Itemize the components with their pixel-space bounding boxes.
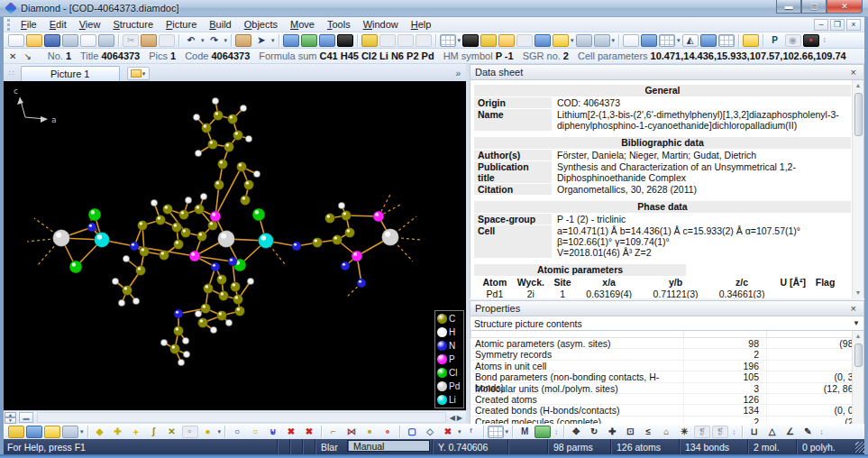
property-row[interactable]: Molecular units (mol./polym. sites)3(12,… (471, 383, 863, 394)
add-atom-icon[interactable]: ＋ (128, 426, 144, 438)
spin-icon[interactable]: ✳ (676, 426, 692, 438)
print-preview-icon[interactable] (80, 34, 96, 47)
scroll-down-icon[interactable]: ▼ (855, 288, 862, 298)
scroll-track[interactable] (37, 412, 446, 423)
walk-disabled-icon[interactable]: ❡ (694, 426, 710, 438)
delete-plane-icon[interactable]: ✖ (440, 426, 456, 438)
special-build-icon[interactable]: ᶠ (463, 426, 480, 438)
panel-1-icon[interactable] (379, 34, 396, 47)
panel-2-icon[interactable] (397, 34, 414, 47)
atom-row[interactable]: Pd12i10.63169(4)0.71121(3)0.34661(3) (478, 289, 839, 298)
contacts-icon[interactable]: ⋈ (343, 426, 360, 438)
menu-tools[interactable]: Tools (321, 18, 357, 31)
scroll-left-icon[interactable]: ◀ (450, 414, 455, 422)
mdi-restore-button[interactable]: ❐ (830, 19, 845, 31)
picture-blue-icon[interactable] (319, 34, 335, 47)
title-bar[interactable]: Diamond - [COD-4064373.diamdoc] ▬ ▢ ✕ (0, 0, 868, 17)
cluster-disabled-icon[interactable]: ⚬ (182, 426, 198, 438)
new-picture-icon[interactable] (480, 34, 497, 47)
property-row[interactable]: Created bonds (H-bonds/contacts)134(0, 0… (471, 405, 863, 416)
cut-icon[interactable]: ✂ (123, 34, 139, 47)
new-document-icon[interactable] (8, 34, 24, 47)
atom-group-icon[interactable]: ✚ (110, 426, 126, 438)
red-balls-icon[interactable]: ∘ (379, 426, 396, 438)
minimize-button[interactable]: ▬ (776, 0, 801, 14)
find-icon[interactable] (62, 34, 78, 47)
scroll-right-icon[interactable]: ▶ (457, 414, 462, 422)
dropdown-arrow-icon[interactable]: ▾ (571, 37, 574, 44)
property-row[interactable]: Bond parameters (non-bonding contacts, H… (471, 371, 863, 382)
data-sheet-header[interactable]: Data sheet × (470, 64, 864, 80)
properties-close-icon[interactable]: × (848, 303, 859, 314)
picture-mode-icon[interactable] (62, 426, 78, 438)
toolbar-overflow-icon[interactable]: ⁞ (824, 36, 826, 44)
rotate-picture-icon[interactable] (553, 34, 569, 47)
properties-selector[interactable]: Structure picture contents ▼ (470, 316, 864, 331)
translate-icon[interactable]: ✚ (604, 426, 620, 438)
close-button[interactable]: ✕ (827, 0, 863, 14)
picture-view-icon[interactable] (283, 34, 299, 47)
sketch-icon[interactable]: ✎ (800, 426, 817, 438)
picture-black-icon[interactable] (462, 34, 479, 47)
menu-edit[interactable]: Edit (43, 18, 73, 31)
new-picture-tab-button[interactable]: ▾ (127, 67, 151, 80)
mdi-minimize-button[interactable]: – (814, 19, 828, 31)
measure-angle-icon[interactable]: △ (764, 426, 781, 438)
picture-green-icon[interactable] (301, 34, 317, 47)
small-balls-icon[interactable]: ∘ (361, 426, 378, 438)
menu-file[interactable]: File (14, 18, 43, 31)
wizard-icon[interactable] (743, 34, 759, 47)
picture-settings-icon[interactable] (8, 426, 24, 438)
build-settings-icon[interactable] (44, 426, 60, 438)
measure-distance-icon[interactable]: ⊔ (746, 426, 763, 438)
packing-icon[interactable]: ✕ (164, 426, 180, 438)
grid-view-icon[interactable] (440, 34, 456, 47)
fit-icon[interactable]: ≤ (640, 426, 656, 438)
fly-disabled-icon[interactable]: ❡ (712, 426, 728, 438)
scroll-thumb[interactable] (854, 93, 863, 136)
mdi-close-button[interactable]: × (846, 19, 861, 31)
polyhedra-icon[interactable]: ◆ (92, 426, 108, 438)
dropdown-arrow-icon[interactable]: ▾ (612, 37, 616, 44)
layer-icon[interactable] (516, 34, 533, 47)
delete-atoms-icon[interactable]: ✖ (283, 426, 299, 438)
powder-pattern-icon[interactable]: P (767, 34, 783, 47)
save-icon[interactable] (44, 34, 60, 47)
menu-build[interactable]: Build (203, 18, 237, 31)
balls-pair-icon[interactable]: ⊌ (265, 426, 281, 438)
property-row[interactable]: Atomic parameters (asym. sites)98(98) (471, 338, 863, 349)
layout-1-icon[interactable] (623, 34, 639, 47)
move-icon[interactable]: ✥ (568, 426, 584, 438)
scroll-up-icon[interactable]: ▲ (855, 331, 862, 342)
toolbar-overflow-icon[interactable]: ⁞ (555, 428, 557, 436)
scroll-up-icon[interactable]: ▲ (855, 80, 862, 91)
layout-3-icon[interactable] (659, 34, 675, 47)
ring-yellow-icon[interactable]: ○ (247, 426, 263, 438)
unit-cell-icon[interactable]: ▢ (404, 426, 420, 438)
spin-down-icon[interactable]: ▼ (5, 417, 16, 424)
tab-picture-1[interactable]: Picture 1 (21, 66, 120, 81)
dropdown-arrow-icon[interactable]: ▾ (458, 428, 461, 435)
structure-3d-view[interactable]: c a CHNPClPdLi (4, 81, 466, 410)
tab-overflow-button[interactable]: » (455, 69, 461, 78)
toolbar-overflow-icon[interactable]: ⁞ (821, 428, 823, 436)
measure-m-icon[interactable]: M (516, 426, 533, 438)
pan-hand-icon[interactable] (235, 34, 251, 47)
restore-button[interactable]: ▢ (801, 0, 827, 14)
dropdown-arrow-icon[interactable]: ▾ (201, 37, 205, 44)
property-row[interactable]: Symmetry records2 (471, 349, 863, 360)
data-sheet-close-icon[interactable]: × (848, 67, 859, 78)
menu-structure[interactable]: Structure (106, 18, 160, 31)
zoom-icon[interactable]: ⊡ (622, 426, 638, 438)
clear-filter-icon[interactable]: ✕ (9, 51, 16, 61)
data-sheet-scrollbar[interactable]: ▲ ▼ (852, 80, 863, 298)
menu-objects[interactable]: Objects (238, 18, 284, 31)
menu-view[interactable]: View (73, 18, 107, 31)
toolbar-overflow-icon[interactable]: ⁞ (733, 428, 735, 436)
menu-window[interactable]: Window (357, 18, 405, 31)
create-bond-icon[interactable]: ⌐ (325, 426, 342, 438)
scroll-thumb[interactable] (854, 344, 863, 367)
dropdown-arrow-icon[interactable]: ▾ (458, 37, 461, 44)
measure-torsion-icon[interactable]: ∠ (782, 426, 799, 438)
menu-grip[interactable] (7, 19, 12, 31)
